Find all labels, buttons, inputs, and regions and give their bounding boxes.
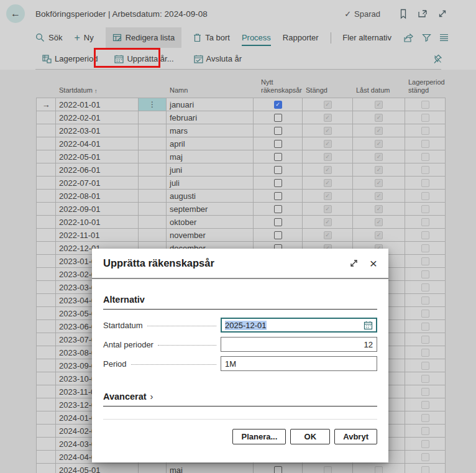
cell-namn[interactable]: oktober xyxy=(167,216,254,228)
table-row[interactable]: 2022-09-01 september ✓ ✓ xyxy=(36,203,446,216)
field-input[interactable]: 1M xyxy=(221,356,377,371)
header-row-indicator xyxy=(36,73,56,98)
table-row[interactable]: 2022-04-01 april ✓ ✓ xyxy=(36,137,446,150)
table-row[interactable]: 2022-10-01 oktober ✓ ✓ xyxy=(36,216,446,229)
cell-startdatum[interactable]: 2022-03-01 xyxy=(56,124,139,137)
checkbox-nytt-rakenskapsar[interactable] xyxy=(274,231,282,239)
calendar-icon[interactable] xyxy=(364,321,373,330)
checkbox-nytt-rakenskapsar[interactable] xyxy=(274,114,282,122)
checkbox-nytt-rakenskapsar[interactable] xyxy=(274,192,282,200)
close-year-icon xyxy=(194,55,203,63)
checkbox-lagerperiod-stangd xyxy=(421,296,429,305)
more-options-button[interactable]: Fler alternativ xyxy=(342,33,391,42)
ok-button[interactable]: OK xyxy=(290,429,330,444)
expand-icon[interactable] xyxy=(437,9,447,19)
open-in-new-window-icon[interactable] xyxy=(418,9,428,19)
checkbox-nytt-rakenskapsar[interactable] xyxy=(274,166,282,174)
avsluta-ar-button[interactable]: Avsluta år xyxy=(194,54,242,63)
filter-icon[interactable] xyxy=(422,33,431,42)
inventory-period-icon xyxy=(42,55,52,63)
edit-list-icon xyxy=(112,33,122,42)
row-menu-dots-icon[interactable]: ⋮ xyxy=(149,100,156,109)
cell-startdatum[interactable]: 2022-04-01 xyxy=(56,137,139,150)
cell-startdatum[interactable]: 2024-05-01 xyxy=(56,464,139,473)
dotted-leader xyxy=(131,364,216,365)
table-row[interactable]: 2022-11-01 november ✓ ✓ xyxy=(36,229,446,242)
bookmark-icon[interactable] xyxy=(398,9,408,19)
field-input[interactable]: 2025-12-01 xyxy=(221,318,377,333)
unpin-icon[interactable] xyxy=(433,54,442,64)
cell-namn[interactable]: juli xyxy=(167,177,254,189)
tab-process[interactable]: Process xyxy=(242,29,271,46)
cell-namn[interactable]: november xyxy=(167,229,254,241)
checkbox-lagerperiod-stangd xyxy=(421,283,429,292)
checkbox-nytt-rakenskapsar[interactable] xyxy=(274,218,282,226)
cell-startdatum[interactable]: 2022-08-01 xyxy=(56,190,139,202)
table-row[interactable]: 2022-06-01 juni ✓ ✓ xyxy=(36,163,446,177)
cell-namn[interactable]: augusti xyxy=(167,190,254,202)
checkbox-last-datum: ✓ xyxy=(375,218,383,226)
more-options-label: Fler alternativ xyxy=(342,33,391,42)
topbar-right: ✓ Sparad xyxy=(344,9,447,19)
delete-button[interactable]: Ta bort xyxy=(193,33,230,42)
checkbox-nytt-rakenskapsar[interactable] xyxy=(274,205,282,213)
tab-reports[interactable]: Rapporter xyxy=(283,33,319,42)
checkbox-lagerperiod-stangd xyxy=(421,166,429,174)
cell-startdatum[interactable]: 2022-07-01 xyxy=(56,177,139,189)
page-title: Bokföringsperioder | Arbetsdatum: 2024-0… xyxy=(35,9,208,19)
advanced-toggle[interactable]: Avancerat › xyxy=(103,391,377,406)
header-nytt-rakenskapsar[interactable]: Nytt räkenskapsår xyxy=(254,73,303,98)
share-icon[interactable] xyxy=(403,33,414,43)
back-button[interactable]: ← xyxy=(6,4,25,23)
checkbox-stangd xyxy=(324,466,332,473)
edit-list-button[interactable]: Redigera lista xyxy=(106,27,182,48)
cell-namn[interactable]: juni xyxy=(167,163,254,176)
table-row[interactable]: 2022-07-01 juli ✓ ✓ xyxy=(36,177,446,190)
uppratta-ar-button[interactable]: Upprätta år... xyxy=(114,54,173,63)
cancel-button[interactable]: Avbryt xyxy=(334,429,377,444)
table-row[interactable]: 2022-05-01 maj ✓ ✓ xyxy=(36,150,446,163)
table-row[interactable]: 2022-02-01 februari ✓ ✓ xyxy=(36,111,446,124)
header-stangd[interactable]: Stängd xyxy=(303,73,353,98)
cell-startdatum[interactable]: 2022-10-01 xyxy=(56,216,139,228)
header-lagerperiod-stangd[interactable]: Lagerperiod stängd xyxy=(405,73,446,98)
checkbox-nytt-rakenskapsar[interactable] xyxy=(274,127,282,135)
cell-namn[interactable]: januari xyxy=(167,98,254,111)
search-button[interactable]: Sök xyxy=(35,33,62,42)
checkbox-nytt-rakenskapsar[interactable] xyxy=(274,153,282,161)
lagerperiod-button[interactable]: Lagerperiod xyxy=(42,54,98,63)
field-input[interactable]: 12 xyxy=(221,337,377,352)
cell-namn[interactable]: september xyxy=(167,203,254,215)
new-button[interactable]: + Ny xyxy=(74,33,93,43)
cell-namn[interactable]: februari xyxy=(167,111,254,124)
table-row[interactable]: 2022-08-01 augusti ✓ ✓ xyxy=(36,190,446,203)
checkbox-nytt-rakenskapsar[interactable] xyxy=(274,466,282,473)
checkbox-nytt-rakenskapsar[interactable] xyxy=(274,140,282,148)
plan-button[interactable]: Planera... xyxy=(232,429,286,444)
cell-startdatum[interactable]: 2022-11-01 xyxy=(56,229,139,241)
dialog-title: Upprätta räkenskapsår xyxy=(103,257,349,269)
dialog-expand-icon[interactable] xyxy=(349,259,359,268)
checkbox-stangd: ✓ xyxy=(324,166,332,174)
cell-startdatum[interactable]: 2022-05-01 xyxy=(56,150,139,163)
checkbox-nytt-rakenskapsar[interactable] xyxy=(274,179,282,187)
cell-startdatum[interactable]: 2022-09-01 xyxy=(56,203,139,215)
cell-namn[interactable]: mars xyxy=(167,124,254,137)
table-row[interactable]: 2024-05-01 maj xyxy=(36,464,446,473)
list-view-icon[interactable] xyxy=(439,34,449,42)
checkbox-lagerperiod-stangd xyxy=(421,375,429,383)
header-last-datum[interactable]: Låst datum xyxy=(353,73,405,98)
cell-startdatum[interactable]: 2022-02-01 xyxy=(56,111,139,124)
cell-startdatum[interactable]: 2022-01-01 xyxy=(56,98,139,111)
table-row[interactable]: 2022-03-01 mars ✓ ✓ xyxy=(36,124,446,137)
cell-namn[interactable]: maj xyxy=(167,464,254,473)
header-startdatum[interactable]: Startdatum ↑ xyxy=(56,73,139,98)
checkbox-nytt-rakenskapsar[interactable]: ✓ xyxy=(274,101,282,109)
table-row[interactable]: → 2022-01-01 ⋮ januari ✓ ✓ ✓ xyxy=(36,98,446,111)
toolbar-icons xyxy=(403,33,449,43)
dialog-close-icon[interactable]: × xyxy=(370,257,377,270)
cell-namn[interactable]: maj xyxy=(167,150,254,163)
cell-startdatum[interactable]: 2022-06-01 xyxy=(56,163,139,176)
cell-namn[interactable]: april xyxy=(167,137,254,150)
header-namn[interactable]: Namn xyxy=(167,73,254,98)
